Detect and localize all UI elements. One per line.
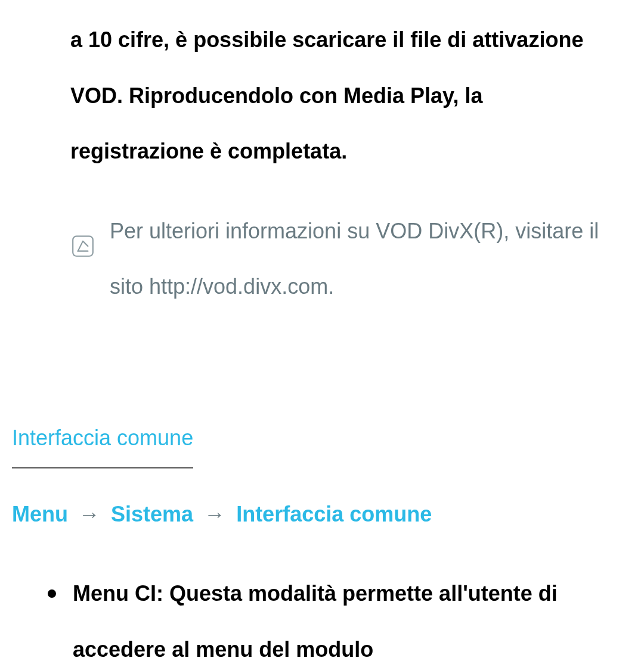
bullet-item: Menu CI: Questa modalità permette all'ut… (48, 566, 620, 658)
note-text: Per ulteriori informazioni su VOD DivX(R… (110, 203, 608, 315)
breadcrumb-interfaccia: Interfaccia comune (236, 502, 432, 526)
paragraph-vod: a 10 cifre, è possibile scaricare il fil… (70, 12, 620, 179)
arrow-icon: → (79, 502, 100, 526)
section-title-wrapper: Interfaccia comune (12, 315, 632, 486)
bullet-dot-icon (48, 589, 56, 598)
section-title: Interfaccia comune (12, 410, 193, 468)
breadcrumb: Menu → Sistema → Interfaccia comune (12, 486, 632, 542)
arrow-icon: → (204, 502, 225, 526)
note-block: Per ulteriori informazioni su VOD DivX(R… (70, 203, 608, 315)
paragraph-text: a 10 cifre, è possibile scaricare il fil… (70, 27, 583, 163)
breadcrumb-sistema: Sistema (111, 502, 193, 526)
note-icon (70, 224, 95, 280)
breadcrumb-menu: Menu (12, 502, 68, 526)
bullet-text: Menu CI: Questa modalità permette all'ut… (73, 566, 620, 658)
svg-rect-0 (73, 236, 93, 256)
